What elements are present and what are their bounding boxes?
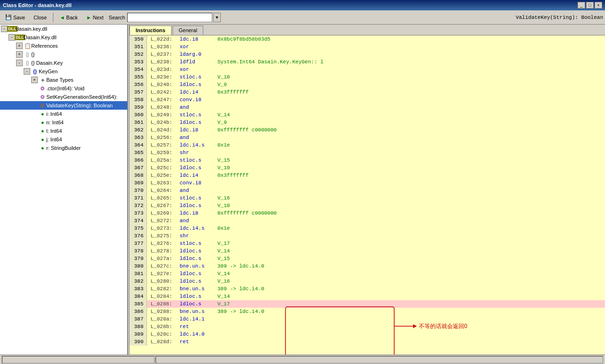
table-row[interactable]: 365L_0259:shr bbox=[130, 149, 605, 156]
table-row[interactable]: 354L_023d:xor bbox=[130, 66, 605, 73]
tree-item-basetypes[interactable]: +◆Base Types bbox=[0, 76, 127, 84]
table-row[interactable]: 356L_0240:ldloc.sV_9 bbox=[130, 81, 605, 88]
table-row[interactable]: 379L_027a:ldloc.sV_15 bbox=[130, 255, 605, 262]
tree-item-ctor[interactable]: ⚙.ctor(Int64): Void bbox=[0, 84, 127, 93]
code-address: L_0267: bbox=[147, 202, 180, 209]
table-row[interactable]: 363L_0256:and bbox=[130, 134, 605, 141]
table-row[interactable]: 388L_028b:ret bbox=[130, 323, 605, 330]
code-operand: 389 -> ldc.i4.0 bbox=[217, 285, 605, 293]
tree-item-dasainkeydll[interactable]: -DLLDasain.Key.dll bbox=[0, 33, 127, 42]
tree-expand-ns1[interactable]: + bbox=[16, 51, 23, 58]
table-row[interactable]: 390L_028d:ret bbox=[130, 338, 605, 346]
table-row[interactable]: 381L_027e:ldloc.sV_14 bbox=[130, 270, 605, 277]
table-row[interactable]: 375L_0273:ldc.i4.s0x1e bbox=[130, 225, 605, 232]
table-row[interactable]: 353L_0238:ldfldSystem.Int64 Dasain.Key.K… bbox=[130, 58, 605, 66]
code-area[interactable]: 350L_022d:ldc.i80x8bc9f8bd58b03d5351L_02… bbox=[130, 35, 605, 355]
code-operand bbox=[217, 179, 605, 187]
table-row[interactable]: 358L_0247:conv.i8 bbox=[130, 96, 605, 104]
back-button[interactable]: ◄ Back bbox=[56, 13, 81, 22]
code-operand: V_15 bbox=[217, 255, 605, 262]
table-row[interactable]: 386L_0288:bne.un.s389 -> ldc.i4.0 bbox=[130, 308, 605, 315]
table-row[interactable]: 357L_0242:ldc.i40x3fffffff bbox=[130, 88, 605, 96]
table-row[interactable]: 364L_0257:ldc.i4.s0x1e bbox=[130, 141, 605, 149]
minimize-button[interactable]: _ bbox=[578, 2, 585, 9]
line-number: 362 bbox=[130, 126, 147, 134]
table-row[interactable]: 372L_0267:ldloc.sV_10 bbox=[130, 202, 605, 209]
code-operand bbox=[217, 96, 605, 104]
code-address: L_0242: bbox=[147, 88, 180, 96]
save-button[interactable]: 💾 Save bbox=[2, 13, 28, 22]
tree-expand-basetypes[interactable]: + bbox=[31, 77, 38, 83]
close-button-toolbar[interactable]: Close bbox=[30, 13, 50, 22]
tree-item-field_l[interactable]: ●l: Int64 bbox=[0, 127, 127, 135]
code-address: L_0249: bbox=[147, 111, 180, 119]
next-button[interactable]: ► Next bbox=[83, 13, 107, 22]
code-address: L_0264: bbox=[147, 187, 180, 194]
table-row[interactable]: 387L_028a:ldc.i4.1 bbox=[130, 315, 605, 323]
tree-item-field_n[interactable]: ●n: Int64 bbox=[0, 118, 127, 127]
table-row[interactable]: 366L_025a:stloc.sV_15 bbox=[130, 156, 605, 164]
close-button[interactable]: × bbox=[595, 2, 602, 9]
tree-icon-keygen: {} bbox=[31, 68, 39, 75]
code-operand bbox=[217, 43, 605, 51]
tree-label-references: References bbox=[31, 43, 58, 49]
maximize-button[interactable]: □ bbox=[586, 2, 594, 9]
table-row[interactable]: 368L_025e:ldc.i40x3fffffff bbox=[130, 172, 605, 179]
table-row[interactable]: 380L_027c:bne.un.s389 -> ldc.i4.0 bbox=[130, 262, 605, 270]
line-number: 357 bbox=[130, 88, 147, 96]
tree-item-setkey[interactable]: ⚙SetKeyGenerationSeed(Int64): bbox=[0, 93, 127, 101]
status-right bbox=[156, 356, 604, 364]
tree-item-root[interactable]: -DLLdasain.key.dll bbox=[0, 25, 127, 33]
table-row[interactable]: 351L_0236:xor bbox=[130, 43, 605, 51]
tree-expand-root[interactable]: - bbox=[1, 26, 8, 32]
tree-item-references[interactable]: +📋References bbox=[0, 42, 127, 50]
tree-item-field_j[interactable]: ●j: Int64 bbox=[0, 135, 127, 144]
table-row[interactable]: 359L_0248:and bbox=[130, 104, 605, 111]
table-row[interactable]: 373L_0269:ldc.i80xffffffff c0000000 bbox=[130, 209, 605, 217]
tree-expand-ns2[interactable]: - bbox=[16, 60, 23, 66]
table-row[interactable]: 376L_0275:shr bbox=[130, 232, 605, 240]
table-row[interactable]: 382L_0280:ldloc.sV_16 bbox=[130, 277, 605, 285]
table-row[interactable]: 369L_0263:conv.i8 bbox=[130, 179, 605, 187]
table-row[interactable]: 367L_025c:ldloc.sV_10 bbox=[130, 164, 605, 172]
table-row[interactable]: 385L_0286:ldloc.sV_17 bbox=[130, 300, 605, 308]
code-operand bbox=[217, 338, 605, 346]
code-address: L_027a: bbox=[147, 255, 180, 262]
table-row[interactable]: 378L_0278:ldloc.sV_14 bbox=[130, 247, 605, 255]
table-row[interactable]: 389L_028c:ldc.i4.0 bbox=[130, 330, 605, 338]
table-row[interactable]: 383L_0282:bne.un.s389 -> ldc.i4.0 bbox=[130, 285, 605, 293]
table-row[interactable]: 352L_0237:ldarg.0 bbox=[130, 51, 605, 58]
table-row[interactable]: 384L_0284:ldloc.sV_14 bbox=[130, 293, 605, 300]
tab-instructions[interactable]: Instructions bbox=[130, 26, 172, 35]
table-row[interactable]: 377L_0276:stloc.sV_17 bbox=[130, 240, 605, 247]
tree-label-field_l: l: Int64 bbox=[46, 128, 62, 134]
tree-expand-keygen[interactable]: - bbox=[24, 68, 30, 75]
code-address: L_0248: bbox=[147, 104, 180, 111]
table-row[interactable]: 371L_0265:stloc.sV_16 bbox=[130, 194, 605, 202]
tree-expand-references[interactable]: + bbox=[16, 43, 23, 49]
tree-item-keygen[interactable]: -{}KeyGen bbox=[0, 67, 127, 76]
table-row[interactable]: 362L_024d:ldc.i80xffffffff c0000000 bbox=[130, 126, 605, 134]
code-opcode: ldfld bbox=[180, 58, 217, 66]
tree-label-ctor: .ctor(Int64): Void bbox=[46, 86, 85, 91]
code-operand bbox=[217, 330, 605, 338]
table-row[interactable]: 350L_022d:ldc.i80x8bc9f8bd58b03d5 bbox=[130, 35, 605, 43]
line-number: 353 bbox=[130, 58, 147, 66]
table-row[interactable]: 374L_0272:and bbox=[130, 217, 605, 225]
code-operand: V_14 bbox=[217, 111, 605, 119]
search-input[interactable] bbox=[127, 13, 212, 22]
tab-general[interactable]: General bbox=[173, 26, 203, 35]
tree-item-ns1[interactable]: +{}{} bbox=[0, 50, 127, 59]
tree-item-field_i[interactable]: ●i: Int64 bbox=[0, 110, 127, 118]
table-row[interactable]: 370L_0264:and bbox=[130, 187, 605, 194]
tree-icon-ns2: {} bbox=[24, 59, 31, 67]
tree-item-ns2[interactable]: -{}{} Dasain.Key bbox=[0, 59, 127, 67]
tree-item-field_r[interactable]: ●r: StringBuilder bbox=[0, 144, 127, 152]
tree-expand-dasainkeydll[interactable]: - bbox=[9, 34, 15, 41]
line-number: 384 bbox=[130, 293, 147, 300]
table-row[interactable]: 360L_0249:stloc.sV_14 bbox=[130, 111, 605, 119]
tree-item-validatekey[interactable]: ⚙ValidateKey(String): Boolean bbox=[0, 101, 127, 110]
table-row[interactable]: 361L_024b:ldloc.sV_9 bbox=[130, 119, 605, 126]
search-dropdown[interactable]: ▼ bbox=[213, 13, 221, 22]
table-row[interactable]: 355L_023e:stloc.sV_10 bbox=[130, 73, 605, 81]
